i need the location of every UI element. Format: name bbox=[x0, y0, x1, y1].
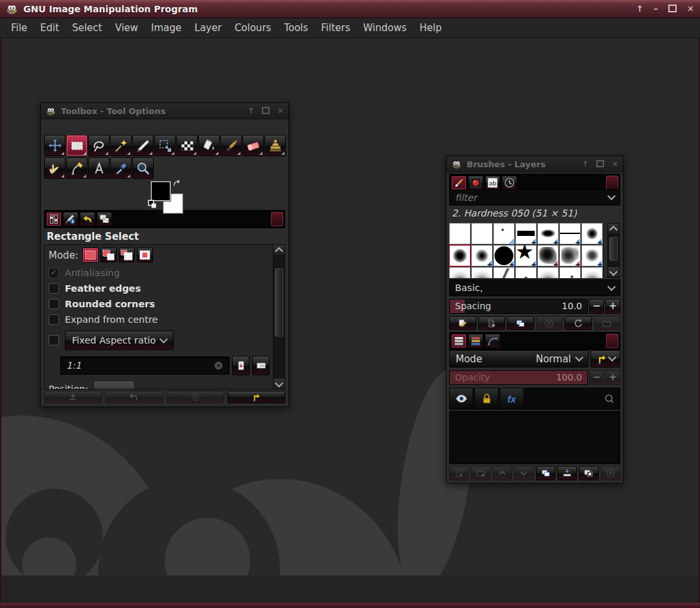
close-button[interactable]: ✕ bbox=[277, 107, 284, 115]
dock-tab-patterns[interactable] bbox=[468, 176, 484, 190]
dock-tab-brushes[interactable] bbox=[451, 176, 467, 190]
brush-cell-r1c5[interactable] bbox=[537, 223, 559, 244]
close-button[interactable]: ✕ bbox=[687, 5, 694, 13]
scrollbar-thumb[interactable] bbox=[609, 237, 618, 261]
open-brush-as-image-button[interactable] bbox=[594, 316, 621, 330]
tool-rectangle-select[interactable] bbox=[66, 135, 88, 156]
menu-help[interactable]: Help bbox=[413, 19, 448, 36]
dock-tab-channels[interactable] bbox=[468, 334, 484, 348]
brush-cell-r3c7[interactable] bbox=[581, 267, 603, 278]
mode-intersect-button[interactable] bbox=[137, 248, 153, 263]
raise-layer-button[interactable] bbox=[493, 466, 512, 480]
scroll-down-button[interactable] bbox=[608, 266, 619, 277]
scrollbar-thumb[interactable] bbox=[275, 268, 283, 336]
new-brush-button[interactable] bbox=[478, 316, 506, 330]
layer-search-input[interactable] bbox=[525, 388, 620, 410]
mode-subtract-button[interactable] bbox=[119, 248, 135, 263]
tool-paintbrush[interactable] bbox=[220, 135, 242, 156]
spacing-slider[interactable]: Spacing 10.0 bbox=[449, 299, 588, 314]
menu-file[interactable]: File bbox=[5, 19, 34, 36]
scroll-down-button[interactable] bbox=[274, 378, 285, 389]
maximize-button[interactable] bbox=[262, 107, 270, 115]
brush-cell-r2c3[interactable] bbox=[493, 245, 515, 266]
mode-replace-button[interactable] bbox=[82, 248, 99, 263]
lock-column-button[interactable] bbox=[474, 388, 498, 410]
scrollbar-track[interactable] bbox=[274, 256, 285, 378]
delete-tool-preset-button[interactable] bbox=[167, 391, 224, 403]
spacing-increase-button[interactable]: + bbox=[605, 299, 620, 314]
layer-list-empty[interactable] bbox=[449, 411, 620, 464]
new-layer-group-button[interactable] bbox=[471, 466, 490, 480]
brush-cell-r1c2[interactable] bbox=[471, 223, 493, 244]
position-unit-dropdown[interactable] bbox=[93, 380, 135, 390]
tool-bucket-fill[interactable] bbox=[198, 135, 220, 156]
toolbox-titlebar[interactable]: Toolbox - Tool Options ↑✕ bbox=[41, 103, 288, 119]
tool-eraser[interactable] bbox=[242, 135, 264, 156]
mode-switch-group-button[interactable] bbox=[590, 350, 620, 368]
reset-to-defaults-button[interactable] bbox=[228, 391, 285, 403]
menu-view[interactable]: View bbox=[108, 19, 145, 36]
tool-fuzzy-select[interactable] bbox=[110, 135, 132, 156]
brush-cell-r1c1[interactable] bbox=[449, 223, 471, 244]
delete-brush-button[interactable] bbox=[536, 316, 563, 330]
menu-colours[interactable]: Colours bbox=[228, 19, 277, 36]
merge-down-button[interactable] bbox=[557, 466, 577, 480]
tool-unified-transform[interactable] bbox=[154, 135, 176, 156]
main-titlebar[interactable]: GNU Image Manipulation Program ↑–✕ bbox=[0, 0, 700, 18]
tool-crop[interactable] bbox=[132, 135, 154, 156]
default-colors-icon[interactable] bbox=[148, 200, 157, 209]
menu-image[interactable]: Image bbox=[145, 19, 188, 36]
antialiasing-checkbox[interactable]: ✓ bbox=[49, 268, 59, 278]
scroll-up-button[interactable] bbox=[274, 245, 285, 256]
spacing-decrease-button[interactable]: − bbox=[589, 299, 604, 314]
opacity-decrease-button[interactable]: − bbox=[589, 370, 604, 385]
swap-colors-icon[interactable] bbox=[172, 180, 182, 189]
brush-cell-r3c4[interactable] bbox=[515, 267, 537, 278]
add-layer-mask-button[interactable] bbox=[579, 466, 598, 480]
expand-from-centre-checkbox[interactable] bbox=[49, 314, 59, 325]
brush-cell-r2c1[interactable] bbox=[449, 245, 471, 266]
menu-windows[interactable]: Windows bbox=[356, 19, 413, 36]
shade-button[interactable]: ↑ bbox=[582, 160, 589, 168]
brush-cell-r3c1[interactable] bbox=[449, 267, 471, 278]
brush-cell-r1c4[interactable] bbox=[515, 223, 537, 244]
tool-free-select[interactable] bbox=[88, 135, 110, 156]
tool-text[interactable] bbox=[88, 158, 110, 179]
brush-cell-r3c5[interactable] bbox=[537, 267, 559, 278]
dock-tab-fonts[interactable]: ab bbox=[485, 176, 500, 190]
dock-menu-button[interactable] bbox=[606, 176, 618, 190]
opacity-increase-button[interactable]: + bbox=[605, 370, 620, 385]
tool-paths[interactable] bbox=[66, 158, 88, 179]
save-tool-preset-button[interactable] bbox=[44, 391, 102, 403]
maximize-button[interactable] bbox=[596, 160, 604, 169]
brush-cell-r2c4[interactable] bbox=[515, 245, 537, 266]
lower-layer-button[interactable] bbox=[514, 466, 533, 480]
minimize-button[interactable]: – bbox=[654, 5, 659, 13]
fixed-aspect-checkbox[interactable] bbox=[49, 335, 59, 345]
menu-edit[interactable]: Edit bbox=[34, 19, 65, 36]
menu-layer[interactable]: Layer bbox=[188, 19, 228, 36]
brush-cell-r3c6[interactable] bbox=[559, 267, 581, 278]
brush-cell-r1c6[interactable] bbox=[559, 223, 581, 244]
fixed-aspect-dropdown[interactable]: Fixed Aspect ratio bbox=[65, 331, 174, 350]
restore-tool-preset-button[interactable] bbox=[105, 391, 163, 403]
dock-tab-images[interactable] bbox=[97, 212, 112, 226]
dock-menu-button[interactable] bbox=[271, 212, 283, 226]
tool-zoom[interactable] bbox=[132, 158, 154, 179]
brush-tag-dropdown[interactable]: Basic, bbox=[449, 279, 620, 296]
tool-options-scrollbar[interactable] bbox=[273, 245, 285, 389]
dock-tab-undo-history[interactable] bbox=[80, 212, 95, 226]
tool-gradient[interactable] bbox=[176, 135, 198, 156]
shade-button[interactable]: ↑ bbox=[248, 107, 254, 115]
rounded-corners-checkbox[interactable] bbox=[49, 299, 59, 309]
duplicate-layer-button[interactable] bbox=[536, 466, 555, 480]
brush-grid-scrollbar[interactable] bbox=[607, 223, 620, 278]
foreground-color-swatch[interactable] bbox=[151, 181, 170, 201]
dock-tab-layers[interactable] bbox=[451, 334, 467, 348]
dock-menu-button[interactable] bbox=[606, 334, 618, 348]
brush-cell-r3c3[interactable] bbox=[493, 267, 515, 278]
edit-brush-button[interactable] bbox=[449, 316, 476, 330]
scrollbar-track[interactable] bbox=[608, 235, 619, 266]
layer-mode-dropdown[interactable]: Mode Normal bbox=[449, 350, 589, 368]
dock-tab-paths[interactable] bbox=[485, 334, 500, 348]
